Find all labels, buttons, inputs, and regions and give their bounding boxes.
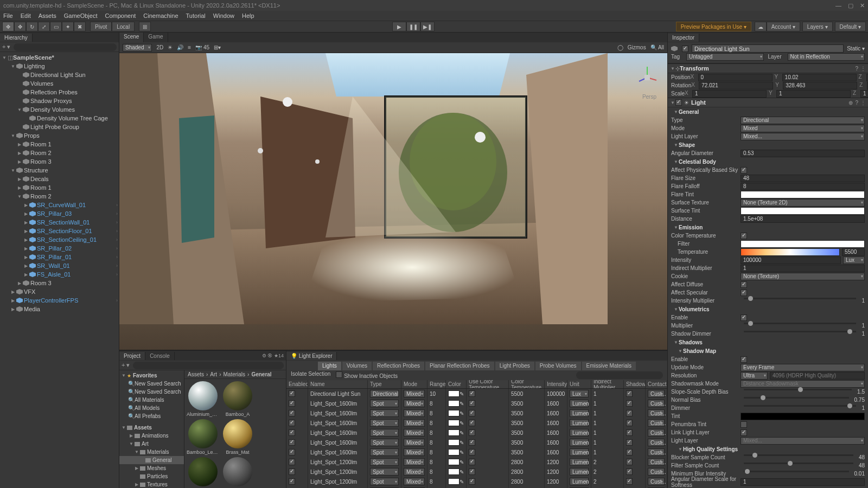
light-toggle-icon[interactable]: ☀ bbox=[168, 44, 173, 50]
pos-z[interactable] bbox=[866, 74, 868, 81]
cookie[interactable]: None (Texture) bbox=[741, 273, 865, 280]
slope-bias-slider[interactable] bbox=[744, 389, 852, 390]
favorite-item[interactable]: 🔍 All Prefabs bbox=[119, 412, 184, 420]
light-type[interactable]: Directional bbox=[741, 117, 865, 124]
layout-menu[interactable]: Default ▾ bbox=[835, 22, 866, 31]
favorite-item[interactable]: 🔍 All Models bbox=[119, 404, 184, 412]
intensity-mult-slider[interactable] bbox=[744, 298, 856, 299]
volumetrics-enable[interactable] bbox=[741, 314, 747, 321]
hierarchy-item[interactable]: Light Probe Group bbox=[0, 123, 119, 131]
hierarchy-item[interactable]: ▼Lighting bbox=[0, 62, 119, 70]
light-row[interactable]: Light_Spot_1200lmSpotMixed8 ✎28001200Lum… bbox=[286, 467, 667, 477]
hierarchy-item[interactable]: ▶Room 3 bbox=[0, 279, 119, 287]
rot-x[interactable] bbox=[699, 82, 773, 89]
close-icon[interactable]: ✕ bbox=[860, 2, 865, 9]
flare-size[interactable] bbox=[741, 175, 865, 182]
lightexp-subtab[interactable]: Emissive Materials bbox=[582, 362, 636, 370]
temp-value[interactable] bbox=[842, 248, 865, 256]
material-thumb[interactable]: Collision_Mat bbox=[221, 457, 254, 488]
shading-mode[interactable]: Shaded bbox=[123, 44, 152, 52]
col-mode[interactable]: Mode bbox=[401, 380, 427, 388]
col-type[interactable]: Type bbox=[368, 380, 401, 388]
project-search[interactable] bbox=[133, 362, 284, 369]
help-icon[interactable]: ? bbox=[855, 66, 858, 72]
hierarchy-item[interactable]: ▶SR_Wall_01› bbox=[0, 261, 119, 270]
hierarchy-item[interactable]: ▼Props bbox=[0, 131, 119, 140]
gameobject-enabled[interactable] bbox=[682, 46, 688, 52]
menu-assets[interactable]: Assets bbox=[39, 12, 56, 19]
hierarchy-item[interactable]: Volumes bbox=[0, 79, 119, 88]
hierarchy-item[interactable]: ▶SR_Pillar_03› bbox=[0, 209, 119, 218]
folder-item[interactable]: ▶Meshes bbox=[119, 464, 184, 472]
help-icon[interactable]: ? bbox=[855, 100, 858, 106]
light-row[interactable]: Light_Spot_1600lmSpotMixed8 ✎35001600Lum… bbox=[286, 428, 667, 438]
res-value[interactable] bbox=[770, 372, 865, 380]
account-menu[interactable]: Account ▾ bbox=[767, 22, 800, 31]
material-thumb[interactable]: Brass_Mat bbox=[221, 419, 254, 455]
fx-toggle-icon[interactable]: ≡ bbox=[188, 44, 191, 50]
hierarchy-item[interactable]: ▶Media bbox=[0, 305, 119, 313]
lightexp-subtab[interactable]: Light Probes bbox=[495, 362, 534, 370]
temp-slider[interactable] bbox=[741, 248, 840, 256]
color-temp-toggle[interactable] bbox=[741, 233, 747, 239]
menu-component[interactable]: Component bbox=[105, 12, 136, 19]
normal-bias-slider[interactable] bbox=[744, 397, 849, 399]
surface-texture[interactable]: None (Texture 2D) bbox=[741, 199, 865, 207]
hierarchy-item[interactable]: ▶PlayerControllerFPS› bbox=[0, 296, 119, 305]
folder-item[interactable]: ▼Art bbox=[119, 440, 184, 448]
col-int[interactable]: Intensity bbox=[545, 380, 567, 388]
layers-menu[interactable]: Layers ▾ bbox=[802, 22, 833, 31]
shadow-dimmer-slider[interactable] bbox=[744, 331, 856, 332]
hierarchy-search[interactable] bbox=[14, 43, 117, 51]
play-button[interactable]: ▶ bbox=[392, 22, 406, 31]
layer-dropdown[interactable]: Not in Reflection bbox=[788, 53, 865, 61]
menu-tutorial[interactable]: Tutorial bbox=[186, 12, 206, 19]
show-inactive-toggle[interactable]: Show Inactive Objects bbox=[336, 371, 398, 379]
update-mode[interactable]: Every Frame bbox=[741, 364, 865, 371]
hierarchy-item[interactable]: ▶SR_CurveWall_01› bbox=[0, 201, 119, 209]
light-enabled[interactable] bbox=[675, 99, 682, 106]
hierarchy-item[interactable]: ▶Room 3 bbox=[0, 157, 119, 166]
material-thumb[interactable]: Bamboo_Leaf_A bbox=[187, 419, 219, 455]
search-all[interactable]: 🔍 All bbox=[650, 44, 664, 50]
angular-diameter[interactable] bbox=[741, 150, 865, 157]
material-thumb[interactable]: Aluminium_Mat bbox=[187, 381, 219, 417]
hierarchy-item[interactable]: ▶SR_Pillar_02› bbox=[0, 244, 119, 253]
intensity-unit[interactable]: Lux bbox=[843, 256, 865, 264]
light-row[interactable]: Light_Spot_1600lmSpotMixed8 ✎35001600Lum… bbox=[286, 418, 667, 428]
filter-color[interactable] bbox=[741, 240, 865, 248]
light-header[interactable]: Light bbox=[691, 99, 848, 106]
scene-root[interactable]: ▼◫ SampleScene* bbox=[0, 53, 119, 62]
minimize-icon[interactable]: — bbox=[835, 2, 841, 9]
light-row[interactable]: Light_Spot_1600lmSpotMixed8 ✎35001600Lum… bbox=[286, 438, 667, 447]
inspector-tab[interactable]: Inspector bbox=[668, 34, 699, 42]
rect-tool[interactable]: ▭ bbox=[50, 22, 62, 31]
menu-help[interactable]: Help bbox=[242, 12, 254, 19]
lightexp-subtab[interactable]: Lights bbox=[318, 362, 341, 370]
hierarchy-item[interactable]: Density Volume Tree Cage bbox=[0, 114, 119, 123]
game-tab[interactable]: Game bbox=[144, 33, 168, 42]
lightexp-search[interactable] bbox=[576, 371, 663, 379]
hierarchy-item[interactable]: ▶FS_Aisle_01› bbox=[0, 270, 119, 279]
cloud-icon[interactable]: ☁ bbox=[755, 22, 767, 31]
light-row[interactable]: Light_Spot_1600lmSpotMixed8 ✎35001600Lum… bbox=[286, 447, 667, 457]
light-row[interactable]: Light_Spot_1600lmSpotMixed8 ✎35001600Lum… bbox=[286, 399, 667, 408]
shadow-enable[interactable] bbox=[741, 356, 747, 363]
affect-diffuse[interactable] bbox=[741, 281, 747, 288]
light-row[interactable]: Light_Spot_1200lmSpotMixed8 ✎28001200Lum… bbox=[286, 457, 667, 467]
static-toggle[interactable]: Static ▾ bbox=[847, 46, 865, 52]
folder-item[interactable]: Particles bbox=[119, 472, 184, 480]
camera-fov[interactable]: 📷 45 bbox=[195, 44, 209, 50]
lightexp-subtab[interactable]: Probe Volumes bbox=[535, 362, 581, 370]
col-sh[interactable]: Shadows bbox=[624, 380, 646, 388]
local-toggle[interactable]: Local bbox=[112, 22, 135, 31]
move-tool[interactable]: ✥ bbox=[14, 22, 26, 31]
light-row[interactable]: Light_Spot_1600lmSpotMixed8 ✎35001600Lum… bbox=[286, 408, 667, 418]
min-blur[interactable] bbox=[744, 471, 849, 472]
project-tab[interactable]: Project bbox=[119, 352, 145, 360]
pos-x[interactable] bbox=[698, 74, 773, 81]
ang-diam-scale[interactable] bbox=[741, 478, 865, 486]
grid-icon[interactable]: ⊞▾ bbox=[214, 44, 221, 50]
shadow-tint[interactable] bbox=[741, 413, 865, 420]
light-row[interactable]: Light_Spot_1200lmSpotMixed8 ✎28001200Lum… bbox=[286, 477, 667, 486]
